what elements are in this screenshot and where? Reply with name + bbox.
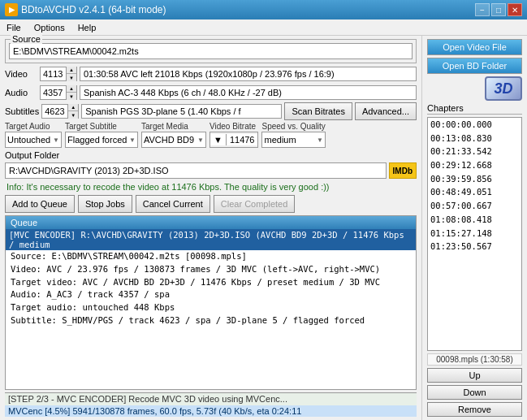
chapter-9[interactable]: 01:23:50.567	[428, 240, 521, 253]
chapter-4[interactable]: 00:39:59.856	[428, 172, 521, 186]
subtitles-spin-val: 4623	[42, 105, 68, 118]
queue-label: Queue	[11, 218, 37, 227]
target-bitrate-label: Video Bitrate	[210, 122, 258, 131]
chapters-label: Chapters	[427, 103, 522, 115]
info-text: Info: It's necessary to recode the video…	[5, 181, 417, 193]
output-path[interactable]: R:\AVCHD\GRAVITY (2013) 2D+3D.ISO	[5, 162, 387, 179]
target-audio-select[interactable]: Untouched ▼	[5, 132, 62, 148]
menu-help[interactable]: Help	[75, 22, 100, 33]
subtitles-row: Subtitles 4623 ▲ ▼ Spanish PGS 3D-plane …	[5, 103, 417, 119]
target-audio-label: Target Audio	[5, 122, 62, 131]
minimize-button[interactable]: −	[475, 3, 490, 16]
status-bar: [STEP 2/3 - MVC ENCODER] Recode MVC 3D v…	[5, 392, 417, 417]
app-title: BDtoAVCHD v2.4.1 (64-bit mode)	[21, 4, 166, 15]
target-media-group: Target Media AVCHD BD9 ▼	[141, 122, 206, 148]
chapters-list[interactable]: 00:00:00.000 00:13:08.830 00:21:33.542 0…	[427, 117, 522, 351]
cancel-current-button[interactable]: Cancel Current	[136, 195, 210, 213]
audio-row: Audio 4357 ▲ ▼ Spanish AC-3 448 Kbps (6 …	[5, 84, 417, 101]
mpls-label: 00098.mpls (1:30:58)	[427, 353, 522, 366]
queue-detail-4: Target audio: untouched 448 Kbps	[11, 301, 411, 314]
scan-bitrates-button[interactable]: Scan Bitrates	[284, 102, 352, 120]
add-queue-button[interactable]: Add to Queue	[5, 195, 75, 213]
target-speed-arrow: ▼	[317, 136, 323, 144]
queue-list[interactable]: [MVC ENCODER] R:\AVCHD\GRAVITY (2013) 2D…	[6, 229, 416, 389]
queue-detail-1: Video: AVC / 23.976 fps / 130873 frames …	[11, 263, 411, 276]
badge-3d-container: 3D	[427, 76, 522, 101]
target-speed-group: Speed vs. Quality medium ▼	[261, 122, 325, 148]
menu-bar: File Options Help	[0, 19, 527, 36]
video-info: 01:30:58 AVC left 21018 Kbps (1920x1080p…	[80, 67, 417, 81]
main-content: Source E:\BDMV\STREAM\00042.m2ts Video 4…	[0, 36, 527, 420]
target-subtitle-select[interactable]: Flagged forced ▼	[65, 132, 138, 148]
video-spin-up[interactable]: ▲	[67, 67, 76, 74]
subtitles-spin-down[interactable]: ▼	[68, 111, 78, 119]
clear-completed-button[interactable]: Clear Completed	[214, 195, 296, 213]
down-button[interactable]: Down	[427, 385, 522, 400]
app-icon: ▶	[5, 3, 18, 16]
menu-file[interactable]: File	[3, 22, 24, 33]
open-bd-button[interactable]: Open BD Folder	[427, 58, 522, 74]
queue-item-details: Source: E:\BDMV\STREAM\00042.m2ts [00098…	[6, 250, 416, 327]
queue-detail-5: Subtitle: S_HDMV/PGS / track 4623 / spa …	[11, 314, 411, 327]
title-bar: ▶ BDtoAVCHD v2.4.1 (64-bit mode) − □ ✕	[0, 0, 527, 19]
output-label: Output Folder	[5, 150, 62, 160]
target-speed-select[interactable]: medium ▼	[261, 132, 325, 148]
video-label: Video	[5, 69, 37, 79]
audio-label: Audio	[5, 88, 37, 97]
target-subtitle-group: Target Subtitle Flagged forced ▼	[65, 122, 138, 148]
stop-jobs-button[interactable]: Stop Jobs	[78, 195, 132, 213]
audio-spin-up[interactable]: ▲	[67, 85, 76, 93]
target-bitrate-group: Video Bitrate ▼ 11476	[210, 122, 258, 148]
video-spin-val: 4113	[41, 67, 67, 80]
source-section: Source E:\BDMV\STREAM\00042.m2ts	[5, 39, 417, 63]
source-label: Source	[11, 34, 42, 44]
chapter-0[interactable]: 00:00:00.000	[428, 118, 521, 132]
status-line2: MVCenc [4.5%] 5941/130878 frames, 60.0 f…	[5, 405, 417, 418]
up-button[interactable]: Up	[427, 368, 522, 383]
output-row: Output Folder	[5, 150, 417, 160]
close-button[interactable]: ✕	[508, 3, 522, 16]
target-media-select[interactable]: AVCHD BD9 ▼	[141, 132, 206, 148]
queue-detail-0: Source: E:\BDMV\STREAM\00042.m2ts [00098…	[11, 250, 411, 263]
audio-spin-val: 4357	[41, 86, 67, 99]
queue-detail-2: Target video: AVC / AVCHD BD 2D+3D / 114…	[11, 276, 411, 289]
left-panel: Source E:\BDMV\STREAM\00042.m2ts Video 4…	[0, 36, 421, 420]
chapter-3[interactable]: 00:29:12.668	[428, 158, 521, 172]
video-row: Video 4113 ▲ ▼ 01:30:58 AVC left 21018 K…	[5, 66, 417, 82]
queue-header: Queue	[6, 216, 416, 229]
window-controls: − □ ✕	[475, 3, 522, 16]
audio-info: Spanish AC-3 448 Kbps (6 ch / 48.0 KHz /…	[80, 85, 417, 100]
video-spin-down[interactable]: ▼	[67, 74, 76, 81]
chapter-1[interactable]: 00:13:08.830	[428, 132, 521, 145]
subtitles-spin-up[interactable]: ▲	[68, 104, 78, 111]
bitrate-icon: ▼	[210, 134, 227, 145]
badge-3d: 3D	[485, 76, 522, 101]
target-media-label: Target Media	[141, 122, 206, 131]
right-panel: Open Video File Open BD Folder 3D Chapte…	[421, 36, 527, 420]
target-audio-arrow: ▼	[53, 136, 59, 144]
maximize-button[interactable]: □	[491, 3, 506, 16]
output-field-row: R:\AVCHD\GRAVITY (2013) 2D+3D.ISO IMDb	[5, 162, 417, 179]
target-row: Target Audio Untouched ▼ Target Subtitle…	[5, 122, 417, 148]
chapter-6[interactable]: 00:57:00.667	[428, 199, 521, 213]
chapter-5[interactable]: 00:48:49.051	[428, 185, 521, 199]
chapter-7[interactable]: 01:08:08.418	[428, 213, 521, 227]
menu-options[interactable]: Options	[31, 22, 68, 33]
chapter-8[interactable]: 01:15:27.148	[428, 227, 521, 240]
imdb-button[interactable]: IMDb	[389, 162, 417, 179]
advanced-button[interactable]: Advanced...	[355, 102, 417, 120]
source-path: E:\BDMV\STREAM\00042.m2ts	[9, 43, 413, 59]
queue-item-header: [MVC ENCODER] R:\AVCHD\GRAVITY (2013) 2D…	[6, 229, 416, 250]
target-subtitle-label: Target Subtitle	[65, 122, 138, 131]
open-video-button[interactable]: Open Video File	[427, 39, 522, 55]
bitrate-val: 11476	[227, 134, 258, 145]
queue-container: Queue [MVC ENCODER] R:\AVCHD\GRAVITY (20…	[5, 215, 417, 390]
remove-button[interactable]: Remove	[427, 402, 522, 417]
audio-spin-down[interactable]: ▼	[67, 93, 76, 100]
target-media-arrow: ▼	[197, 136, 204, 144]
chapter-2[interactable]: 00:21:33.542	[428, 145, 521, 158]
target-speed-label: Speed vs. Quality	[261, 122, 325, 131]
queue-detail-3: Audio: A_AC3 / track 4357 / spa	[11, 288, 411, 301]
target-audio-group: Target Audio Untouched ▼	[5, 122, 62, 148]
action-buttons-row: Add to Queue Stop Jobs Cancel Current Cl…	[5, 195, 417, 213]
